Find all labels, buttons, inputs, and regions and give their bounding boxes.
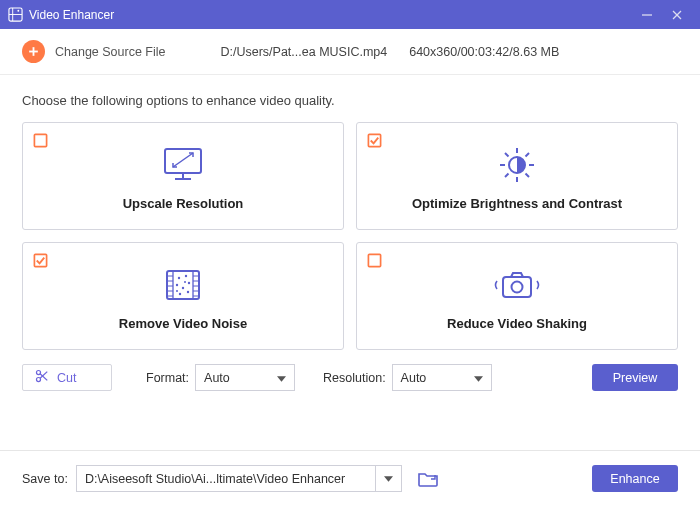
svg-marker-56 — [384, 476, 393, 481]
card-label: Remove Video Noise — [119, 316, 247, 331]
svg-line-13 — [173, 153, 193, 167]
svg-point-45 — [184, 281, 186, 283]
app-window: Video Enhancer Change Source File D:/Use… — [0, 0, 700, 506]
option-cards: Upscale Resolution — [22, 122, 678, 350]
cut-button[interactable]: Cut — [22, 364, 112, 391]
format-select[interactable]: Auto — [195, 364, 295, 391]
footer: Save to: Enhance — [0, 450, 700, 506]
cut-label: Cut — [57, 371, 76, 385]
resolution-select[interactable]: Auto — [392, 364, 492, 391]
main-content: Choose the following options to enhance … — [0, 75, 700, 450]
prompt-text: Choose the following options to enhance … — [22, 93, 678, 108]
svg-line-22 — [526, 153, 530, 157]
format-value: Auto — [204, 371, 230, 385]
svg-rect-9 — [34, 134, 46, 146]
svg-line-23 — [505, 173, 509, 177]
checkbox-checked-icon[interactable] — [367, 133, 382, 148]
card-label: Upscale Resolution — [123, 196, 244, 211]
open-folder-button[interactable] — [416, 467, 440, 491]
svg-point-40 — [188, 281, 190, 283]
svg-line-21 — [526, 173, 530, 177]
minimize-button[interactable] — [632, 0, 662, 29]
close-button[interactable] — [662, 0, 692, 29]
svg-point-50 — [36, 370, 40, 374]
titlebar: Video Enhancer — [0, 0, 700, 29]
format-label: Format: — [146, 371, 189, 385]
svg-point-39 — [185, 274, 187, 276]
svg-marker-55 — [474, 376, 483, 381]
card-remove-noise[interactable]: Remove Video Noise — [22, 242, 344, 350]
brightness-icon — [489, 142, 545, 188]
save-path-input[interactable] — [76, 465, 376, 492]
svg-point-49 — [512, 281, 523, 292]
svg-point-44 — [179, 292, 181, 294]
svg-point-3 — [17, 10, 19, 12]
source-row: Change Source File D:/Users/Pat...ea MUS… — [0, 29, 700, 75]
svg-rect-47 — [368, 254, 380, 266]
svg-point-51 — [36, 377, 40, 381]
film-noise-icon — [155, 262, 211, 308]
camera-shake-icon — [489, 262, 545, 308]
resolution-label: Resolution: — [323, 371, 386, 385]
svg-point-43 — [187, 290, 189, 292]
checkbox-icon[interactable] — [33, 133, 48, 148]
card-label: Optimize Brightness and Contrast — [412, 196, 622, 211]
svg-point-46 — [176, 290, 178, 292]
resolution-value: Auto — [401, 371, 427, 385]
svg-rect-14 — [368, 134, 380, 146]
checkbox-icon[interactable] — [367, 253, 382, 268]
card-reduce-shaking[interactable]: Reduce Video Shaking — [356, 242, 678, 350]
preview-button[interactable]: Preview — [592, 364, 678, 391]
scissors-icon — [35, 369, 49, 386]
add-source-icon[interactable] — [22, 40, 45, 63]
svg-point-42 — [182, 286, 184, 288]
app-icon — [8, 7, 23, 22]
monitor-expand-icon — [155, 142, 211, 188]
controls-row: Cut Format: Auto Resolution: Auto Previe… — [22, 364, 678, 391]
svg-rect-25 — [167, 271, 199, 299]
svg-line-20 — [505, 153, 509, 157]
source-path: D:/Users/Pat...ea MUSIC.mp4 — [220, 45, 387, 59]
svg-rect-24 — [34, 254, 46, 266]
card-upscale-resolution[interactable]: Upscale Resolution — [22, 122, 344, 230]
card-label: Reduce Video Shaking — [447, 316, 587, 331]
svg-point-38 — [178, 276, 180, 278]
chevron-down-icon — [277, 371, 286, 385]
svg-rect-48 — [503, 277, 531, 297]
source-meta: 640x360/00:03:42/8.63 MB — [409, 45, 559, 59]
save-to-label: Save to: — [22, 472, 68, 486]
app-title: Video Enhancer — [29, 8, 114, 22]
svg-rect-10 — [165, 149, 201, 173]
svg-point-41 — [176, 283, 178, 285]
enhance-button[interactable]: Enhance — [592, 465, 678, 492]
card-brightness-contrast[interactable]: Optimize Brightness and Contrast — [356, 122, 678, 230]
checkbox-checked-icon[interactable] — [33, 253, 48, 268]
chevron-down-icon — [474, 371, 483, 385]
change-source-button[interactable]: Change Source File — [55, 45, 165, 59]
svg-marker-54 — [277, 376, 286, 381]
save-path-dropdown[interactable] — [376, 465, 402, 492]
